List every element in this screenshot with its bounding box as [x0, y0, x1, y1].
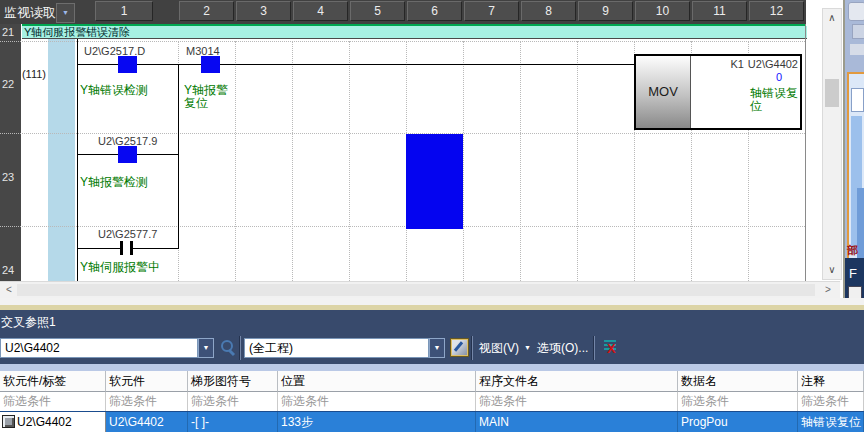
clear-filter-button[interactable]: X: [603, 339, 622, 358]
rung-line: [77, 64, 634, 65]
panel-label-fragment: F: [849, 266, 857, 281]
table-cell-symbol[interactable]: -[ ]-: [188, 412, 278, 432]
instruction-box: MOV: [636, 56, 691, 128]
grid-line: [349, 41, 350, 281]
scroll-left-button[interactable]: <: [1, 283, 17, 297]
scroll-up-button[interactable]: ∧: [823, 9, 841, 27]
column-header-data-name[interactable]: 数据名: [678, 371, 798, 392]
ladder-column-header: 1: [95, 1, 153, 21]
docked-panel-fragment: 部 F: [845, 0, 864, 305]
filter-cell[interactable]: 筛选条件: [106, 392, 188, 412]
statement-column: [21, 24, 48, 281]
device-label: U2\G2577.7: [98, 228, 157, 240]
ladder-column-header: 2: [179, 1, 234, 21]
grid-line: [0, 226, 805, 227]
contact-on-indicator[interactable]: [201, 56, 220, 73]
scroll-down-button[interactable]: ∨: [823, 261, 841, 279]
panel-button-fragment: [848, 2, 864, 21]
find-window-fragment: [847, 72, 864, 266]
chevron-down-icon: ▼: [434, 344, 441, 351]
gx-works-window: 监视读取 ▼ 1 2 3 4 5 6 7 8 9 10 11 12 21 22 …: [0, 0, 864, 447]
column-header-comment[interactable]: 注释: [798, 371, 864, 392]
scope-combo-dropdown-button[interactable]: ▼: [429, 338, 445, 358]
ladder-column-header: 8: [521, 1, 576, 21]
device-combo-dropdown-button[interactable]: ▼: [198, 338, 214, 358]
mov-instruction-block[interactable]: MOV K1 U2\G4402 0 轴错误复位: [634, 54, 802, 130]
device-comment: Y轴报警复位: [184, 84, 236, 110]
column-header-position[interactable]: 位置: [278, 371, 476, 392]
contact-symbol[interactable]: [120, 241, 134, 255]
panel-inner-strip: [0, 364, 864, 371]
grid-line: [0, 133, 805, 134]
table-cell-position[interactable]: 133步: [278, 412, 476, 432]
vertical-scrollbar-thumb[interactable]: [825, 79, 839, 107]
monitor-mode-combo[interactable]: 监视读取: [4, 4, 56, 22]
find-window-list-fragment: [851, 116, 862, 254]
chevron-down-icon: ▼: [203, 344, 210, 351]
menu-view-label: 视图(V): [479, 341, 519, 355]
menu-view[interactable]: 视图(V)▼: [479, 338, 531, 358]
monitor-mode-dropdown-button[interactable]: ▼: [56, 3, 75, 23]
monitor-value: 0: [734, 71, 782, 83]
panel-title: 交叉参照1: [1, 314, 56, 331]
table-cell-program[interactable]: MAIN: [476, 412, 678, 432]
filter-cell[interactable]: 筛选条件: [0, 392, 106, 412]
ladder-column-header: 6: [407, 1, 462, 21]
ladder-column-header: 3: [236, 1, 291, 21]
table-cell-comment[interactable]: 轴错误复位: [798, 412, 864, 432]
edit-cursor-cell[interactable]: [406, 134, 463, 229]
filter-cell[interactable]: 筛选条件: [476, 392, 678, 412]
step-area-column: [48, 39, 75, 281]
horizontal-scrollbar-thumb[interactable]: [17, 284, 815, 296]
toolbar-separator: [240, 336, 241, 360]
table-cell-data-name[interactable]: ProgPou: [678, 412, 798, 432]
contact-on-indicator[interactable]: [118, 146, 137, 163]
column-header-device-label[interactable]: 软元件/标签: [0, 371, 106, 392]
filter-cell[interactable]: 筛选条件: [678, 392, 798, 412]
find-window-field-fragment: [851, 88, 864, 112]
ladder-column-header: 5: [350, 1, 405, 21]
column-header-device[interactable]: 软元件: [106, 371, 188, 392]
ladder-column-header: 7: [464, 1, 519, 21]
panel-button-fragment: [852, 24, 864, 39]
filter-cell[interactable]: 筛选条件: [188, 392, 278, 412]
branch-line: [178, 64, 179, 249]
panel-label-fragment: 部: [847, 243, 858, 258]
device-search-combo[interactable]: U2\G4402: [0, 338, 198, 358]
column-header-symbol[interactable]: 梯形图符号: [188, 371, 278, 392]
contact-on-indicator[interactable]: [118, 56, 137, 73]
column-header-program[interactable]: 程序文件名: [476, 371, 678, 392]
device-comment: Y轴伺服报警中: [80, 261, 184, 274]
grid-line: [463, 41, 464, 281]
grid-line: [235, 41, 236, 281]
toolbar-separator: [472, 336, 473, 360]
ladder-column-header: 9: [578, 1, 633, 21]
chevron-down-icon: ▼: [62, 9, 69, 16]
scope-combo[interactable]: (全工程): [244, 338, 429, 358]
grid-line: [292, 41, 293, 281]
ladder-column-header: 10: [635, 1, 690, 21]
menu-options[interactable]: 选项(O)...: [537, 338, 588, 358]
device-comment: Y轴错误检测: [80, 84, 176, 97]
operand-source: K1: [690, 58, 744, 70]
clear-x-icon: X: [607, 342, 616, 355]
filter-cell[interactable]: 筛选条件: [798, 392, 864, 412]
panel-button-fragment: [850, 44, 864, 55]
device-cell[interactable]: U2\G4402: [0, 412, 106, 432]
ladder-column-header: 11: [692, 1, 747, 21]
grid-line: [520, 41, 521, 281]
grid-line: [0, 41, 805, 42]
horizontal-scrollbar[interactable]: < >: [0, 281, 840, 298]
filter-cell[interactable]: 筛选条件: [278, 392, 476, 412]
find-button[interactable]: [219, 338, 238, 357]
chevron-down-icon: ▼: [524, 344, 531, 351]
ladder-column-header: 12: [749, 1, 804, 21]
scroll-right-button[interactable]: >: [820, 283, 836, 297]
grid-line: [577, 41, 578, 281]
ladder-canvas-edge: [805, 24, 806, 281]
rung-number: 22: [2, 78, 14, 90]
rung-comment-row[interactable]: Y轴伺服报警错误清除: [22, 26, 807, 39]
table-cell-device[interactable]: U2\G4402: [106, 412, 188, 432]
vertical-scrollbar[interactable]: ∧ ∨: [822, 8, 842, 280]
condition-settings-button[interactable]: [450, 338, 469, 357]
